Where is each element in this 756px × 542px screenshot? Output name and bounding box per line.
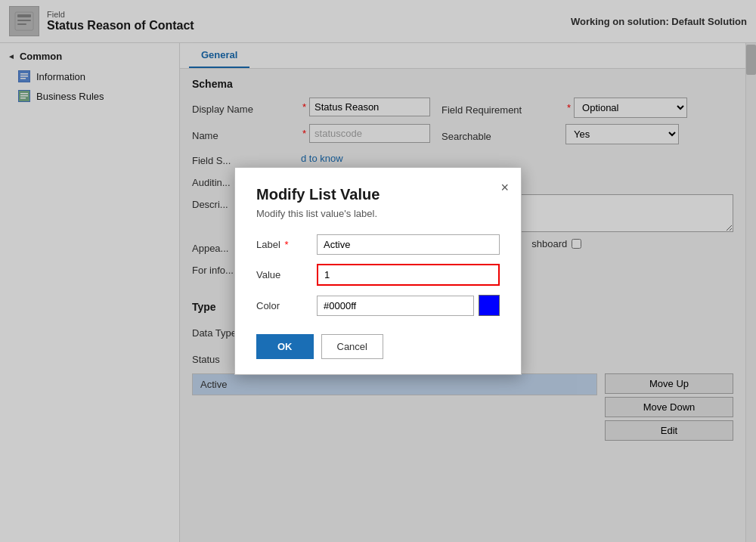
- dialog-buttons: OK Cancel: [256, 334, 500, 359]
- dialog-label-field: Label *: [256, 234, 500, 255]
- dialog-value-field: Value: [256, 264, 500, 286]
- modify-list-value-dialog: × Modify List Value Modify this list val…: [234, 167, 522, 375]
- dialog-title: Modify List Value: [256, 186, 500, 203]
- dialog-color-input[interactable]: [317, 296, 474, 316]
- dialog-color-field: Color: [256, 295, 500, 316]
- dialog-label-label: Label *: [256, 239, 317, 250]
- dialog-subtitle: Modify this list value's label.: [256, 208, 500, 219]
- dialog-value-input[interactable]: [317, 264, 500, 286]
- dialog-color-label: Color: [256, 300, 317, 311]
- label-required-star: *: [284, 239, 288, 250]
- color-swatch[interactable]: [479, 295, 500, 316]
- dialog-close-button[interactable]: ×: [500, 180, 509, 196]
- modal-overlay: × Modify List Value Modify this list val…: [0, 0, 756, 542]
- cancel-button[interactable]: Cancel: [321, 334, 383, 359]
- dialog-label-input[interactable]: [317, 234, 500, 255]
- ok-button[interactable]: OK: [256, 334, 314, 359]
- dialog-value-label: Value: [256, 269, 317, 280]
